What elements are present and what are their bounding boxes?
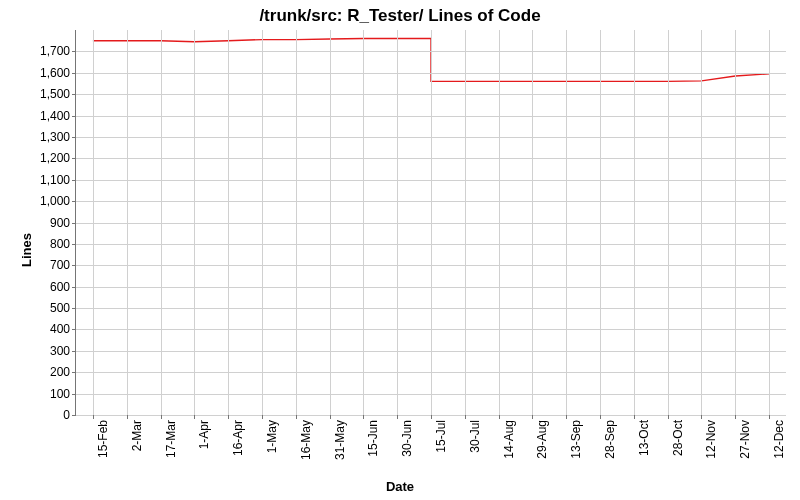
y-tick-mark bbox=[72, 287, 76, 288]
y-tick-mark bbox=[72, 180, 76, 181]
x-tick-label: 30-Jul bbox=[468, 420, 482, 453]
y-tick-label: 900 bbox=[20, 216, 70, 230]
y-tick-mark bbox=[72, 415, 76, 416]
x-tick-mark bbox=[634, 415, 635, 419]
x-tick-mark bbox=[769, 415, 770, 419]
y-tick-mark bbox=[72, 329, 76, 330]
y-tick-mark bbox=[72, 244, 76, 245]
grid-line-v bbox=[634, 30, 635, 415]
x-axis-label: Date bbox=[0, 479, 800, 494]
y-tick-mark bbox=[72, 265, 76, 266]
x-tick-mark bbox=[330, 415, 331, 419]
x-tick-label: 15-Feb bbox=[96, 420, 110, 458]
grid-line-v bbox=[228, 30, 229, 415]
y-tick-label: 1,100 bbox=[20, 173, 70, 187]
loc-chart: /trunk/src: R_Tester/ Lines of Code Line… bbox=[0, 0, 800, 500]
y-tick-mark bbox=[72, 116, 76, 117]
y-tick-label: 0 bbox=[20, 408, 70, 422]
y-tick-label: 300 bbox=[20, 344, 70, 358]
x-tick-mark bbox=[600, 415, 601, 419]
y-tick-mark bbox=[72, 73, 76, 74]
y-tick-mark bbox=[72, 51, 76, 52]
grid-line-v bbox=[701, 30, 702, 415]
y-tick-mark bbox=[72, 372, 76, 373]
x-tick-label: 31-May bbox=[333, 420, 347, 460]
grid-line-v bbox=[499, 30, 500, 415]
grid-line-v bbox=[431, 30, 432, 415]
x-tick-mark bbox=[701, 415, 702, 419]
grid-line-v bbox=[532, 30, 533, 415]
x-tick-mark bbox=[735, 415, 736, 419]
x-tick-mark bbox=[363, 415, 364, 419]
y-tick-label: 100 bbox=[20, 387, 70, 401]
x-tick-label: 16-Apr bbox=[231, 420, 245, 456]
y-tick-label: 1,700 bbox=[20, 44, 70, 58]
x-tick-label: 30-Jun bbox=[400, 420, 414, 457]
y-tick-mark bbox=[72, 223, 76, 224]
y-tick-label: 700 bbox=[20, 258, 70, 272]
y-tick-label: 500 bbox=[20, 301, 70, 315]
y-tick-label: 200 bbox=[20, 365, 70, 379]
x-tick-mark bbox=[127, 415, 128, 419]
grid-line-v bbox=[296, 30, 297, 415]
x-tick-mark bbox=[194, 415, 195, 419]
x-tick-mark bbox=[465, 415, 466, 419]
y-tick-label: 800 bbox=[20, 237, 70, 251]
x-tick-label: 15-Jul bbox=[434, 420, 448, 453]
x-tick-label: 2-Mar bbox=[130, 420, 144, 451]
x-tick-label: 16-May bbox=[299, 420, 313, 460]
x-tick-mark bbox=[532, 415, 533, 419]
x-tick-mark bbox=[262, 415, 263, 419]
grid-line-v bbox=[194, 30, 195, 415]
y-tick-label: 1,600 bbox=[20, 66, 70, 80]
x-tick-label: 1-Apr bbox=[197, 420, 211, 449]
grid-line-v bbox=[93, 30, 94, 415]
y-tick-label: 1,300 bbox=[20, 130, 70, 144]
x-tick-label: 15-Jun bbox=[366, 420, 380, 457]
x-tick-label: 29-Aug bbox=[535, 420, 549, 459]
grid-line-v bbox=[769, 30, 770, 415]
grid-line-v bbox=[668, 30, 669, 415]
grid-line-v bbox=[262, 30, 263, 415]
y-tick-mark bbox=[72, 137, 76, 138]
x-tick-mark bbox=[228, 415, 229, 419]
x-tick-label: 28-Oct bbox=[671, 420, 685, 456]
x-tick-mark bbox=[499, 415, 500, 419]
x-tick-label: 27-Nov bbox=[738, 420, 752, 459]
y-tick-mark bbox=[72, 394, 76, 395]
x-tick-label: 17-Mar bbox=[164, 420, 178, 458]
x-tick-mark bbox=[668, 415, 669, 419]
grid-line-v bbox=[465, 30, 466, 415]
grid-line-v bbox=[363, 30, 364, 415]
x-tick-label: 13-Sep bbox=[569, 420, 583, 459]
y-tick-label: 1,000 bbox=[20, 194, 70, 208]
grid-line-v bbox=[127, 30, 128, 415]
chart-title: /trunk/src: R_Tester/ Lines of Code bbox=[0, 6, 800, 26]
x-tick-mark bbox=[296, 415, 297, 419]
x-tick-mark bbox=[93, 415, 94, 419]
x-tick-mark bbox=[161, 415, 162, 419]
y-tick-label: 600 bbox=[20, 280, 70, 294]
grid-line-v bbox=[600, 30, 601, 415]
x-tick-label: 12-Dec bbox=[772, 420, 786, 459]
y-tick-label: 1,400 bbox=[20, 109, 70, 123]
y-tick-mark bbox=[72, 351, 76, 352]
grid-line-v bbox=[735, 30, 736, 415]
grid-line-v bbox=[161, 30, 162, 415]
grid-line-v bbox=[397, 30, 398, 415]
y-tick-label: 1,200 bbox=[20, 151, 70, 165]
x-tick-label: 1-May bbox=[265, 420, 279, 453]
grid-line-v bbox=[330, 30, 331, 415]
plot-area bbox=[75, 30, 786, 416]
y-tick-mark bbox=[72, 308, 76, 309]
x-tick-label: 13-Oct bbox=[637, 420, 651, 456]
y-tick-label: 400 bbox=[20, 322, 70, 336]
y-tick-label: 1,500 bbox=[20, 87, 70, 101]
x-tick-label: 14-Aug bbox=[502, 420, 516, 459]
x-tick-label: 28-Sep bbox=[603, 420, 617, 459]
x-tick-mark bbox=[566, 415, 567, 419]
x-tick-mark bbox=[397, 415, 398, 419]
grid-line-v bbox=[566, 30, 567, 415]
y-tick-mark bbox=[72, 94, 76, 95]
y-tick-mark bbox=[72, 201, 76, 202]
